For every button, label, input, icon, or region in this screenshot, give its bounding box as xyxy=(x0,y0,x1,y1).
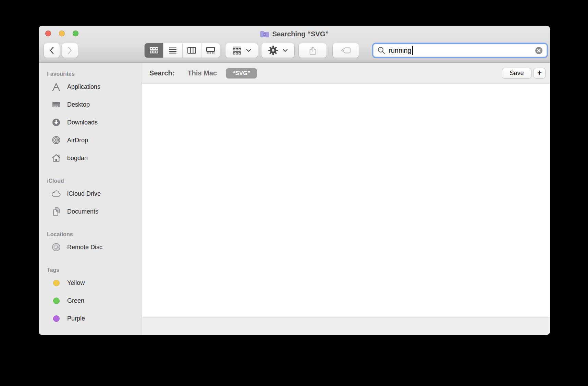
desktop-icon xyxy=(51,99,61,110)
search-icon xyxy=(377,46,386,55)
status-bar xyxy=(142,317,550,335)
sidebar-section-title: Tags xyxy=(39,266,141,274)
column-view-button[interactable] xyxy=(182,43,201,58)
tags-button[interactable] xyxy=(333,43,359,58)
chevron-down-icon xyxy=(246,49,251,52)
sidebar-item-label: Desktop xyxy=(67,101,90,108)
close-button[interactable] xyxy=(45,31,51,36)
sidebar-item-label: iCloud Drive xyxy=(67,190,101,197)
search-scope-label: Search: xyxy=(149,69,174,77)
sidebar-item-label: Documents xyxy=(67,208,98,215)
icloud-drive-icon xyxy=(51,189,61,199)
clear-icon xyxy=(535,46,543,55)
icon-view-button[interactable] xyxy=(145,43,163,58)
sidebar-item-label: Applications xyxy=(67,83,100,91)
view-mode-segmented-control xyxy=(145,43,220,58)
chevron-down-icon xyxy=(283,49,288,52)
sidebar-item-label: Purple xyxy=(67,315,85,322)
sidebar-section-title: iCloud xyxy=(39,177,141,185)
gallery-view-button[interactable] xyxy=(201,43,220,58)
window-title: Searching “SVG” xyxy=(272,30,329,38)
sidebar-section-icloud: iCloud iCloud Drive Documents xyxy=(39,177,141,220)
icon-view-icon xyxy=(149,47,159,54)
sidebar-item-applications[interactable]: Applications xyxy=(39,78,141,96)
search-scope-actions: Save + xyxy=(502,68,545,78)
sidebar-item-label: AirDrop xyxy=(67,137,88,144)
sidebar-item-airdrop[interactable]: AirDrop xyxy=(39,131,141,149)
sidebar-item-tag-yellow[interactable]: Yellow xyxy=(39,274,141,292)
sidebar-section-tags: Tags Yellow Green Purple xyxy=(39,266,141,327)
toolbar: running xyxy=(39,43,550,58)
group-by-button[interactable] xyxy=(225,43,258,58)
share-icon xyxy=(309,46,317,55)
sidebar-item-bogdan[interactable]: bogdan xyxy=(39,149,141,167)
smart-folder-icon xyxy=(260,31,269,38)
share-button[interactable] xyxy=(299,43,327,58)
sidebar-item-label: Remote Disc xyxy=(67,244,102,251)
sidebar-item-label: Green xyxy=(67,297,84,304)
airdrop-icon xyxy=(51,135,61,145)
window-title-row: Searching “SVG” xyxy=(87,29,502,38)
sidebar-item-tag-purple[interactable]: Purple xyxy=(39,310,141,327)
sidebar-section-favourites: Favourites Applications xyxy=(39,70,141,167)
list-view-icon xyxy=(168,47,177,54)
sidebar-item-downloads[interactable]: Downloads xyxy=(39,113,141,131)
titlebar: Searching “SVG” xyxy=(39,26,550,63)
documents-icon xyxy=(51,206,61,217)
tag-color-dot xyxy=(53,280,60,286)
column-view-icon xyxy=(187,47,196,54)
tag-color-dot xyxy=(53,315,60,322)
sidebar-item-desktop[interactable]: Desktop xyxy=(39,96,141,113)
sidebar-item-tag-green[interactable]: Green xyxy=(39,292,141,310)
sidebar-section-locations: Locations Remote Disc xyxy=(39,231,141,256)
group-by-icon xyxy=(232,46,242,55)
sidebar-section-title: Favourites xyxy=(39,70,141,78)
sidebar: Favourites Applications xyxy=(39,63,142,335)
gallery-view-icon xyxy=(206,47,215,54)
action-menu-button[interactable] xyxy=(261,43,294,58)
forward-button[interactable] xyxy=(62,43,78,58)
sidebar-item-remote-disc[interactable]: Remote Disc xyxy=(39,238,141,256)
yellow-tag-icon xyxy=(51,278,61,288)
text-caret xyxy=(412,46,413,55)
add-search-criteria-button[interactable]: + xyxy=(534,68,545,78)
search-query-text: running xyxy=(389,47,412,55)
scope-this-mac[interactable]: This Mac xyxy=(187,69,217,77)
home-icon xyxy=(51,153,61,163)
sidebar-item-label: Yellow xyxy=(67,279,85,287)
search-scope-bar: Search: This Mac “SVG” Save + xyxy=(142,63,550,84)
applications-icon xyxy=(51,82,61,92)
search-results-area[interactable] xyxy=(142,84,550,317)
green-tag-icon xyxy=(51,295,61,306)
back-icon xyxy=(49,46,55,55)
scope-svg-pill[interactable]: “SVG” xyxy=(226,68,257,79)
sidebar-item-label: Downloads xyxy=(67,119,98,126)
search-input[interactable]: running xyxy=(373,44,547,57)
save-button[interactable]: Save xyxy=(502,68,531,78)
downloads-icon xyxy=(51,117,61,128)
zoom-button[interactable] xyxy=(73,31,78,36)
list-view-button[interactable] xyxy=(163,43,182,58)
gear-icon xyxy=(268,45,278,56)
finder-window: Searching “SVG” xyxy=(39,26,550,335)
forward-icon xyxy=(67,46,73,55)
tag-icon xyxy=(341,47,351,54)
remote-disc-icon xyxy=(51,242,61,252)
back-button[interactable] xyxy=(44,43,60,58)
window-controls xyxy=(45,31,78,36)
tag-color-dot xyxy=(53,298,60,304)
purple-tag-icon xyxy=(51,313,61,324)
clear-search-button[interactable] xyxy=(535,46,543,55)
minimize-button[interactable] xyxy=(59,31,65,36)
sidebar-item-documents[interactable]: Documents xyxy=(39,203,141,220)
sidebar-item-label: bogdan xyxy=(67,155,88,162)
sidebar-item-icloud-drive[interactable]: iCloud Drive xyxy=(39,185,141,203)
sidebar-section-title: Locations xyxy=(39,231,141,238)
